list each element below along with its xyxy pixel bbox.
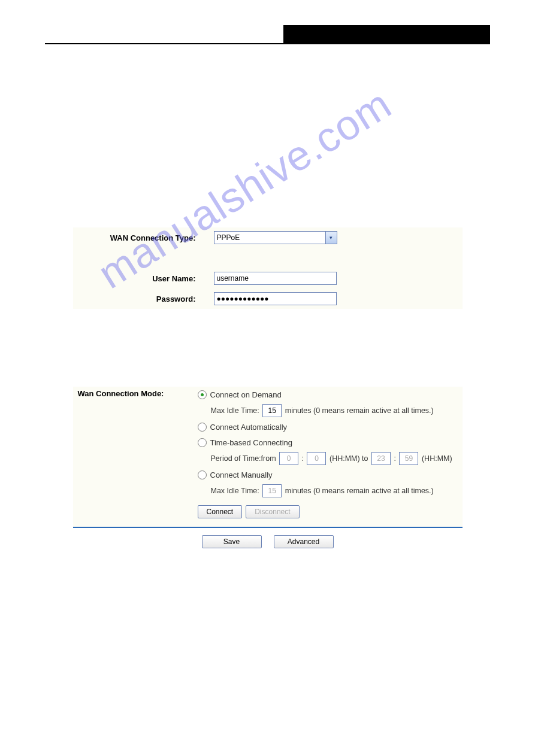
wan-connection-type-value: PPPoE	[217, 233, 240, 242]
time-colon-1: :	[300, 454, 306, 463]
username-label: User Name:	[73, 274, 214, 283]
connect-manually-label: Connect Manually	[210, 470, 273, 479]
panel-separator	[73, 527, 463, 528]
time-from-min-input[interactable]	[307, 452, 326, 465]
time-based-label: Time-based Connecting	[210, 438, 293, 447]
time-colon-2: :	[392, 454, 398, 463]
connect-on-demand-label: Connect on Demand	[210, 390, 282, 399]
manual-idle-time-input[interactable]	[262, 484, 282, 497]
save-button[interactable]: Save	[202, 535, 262, 548]
demand-idle-prefix: Max Idle Time:	[211, 406, 259, 415]
wan-connection-type-select[interactable]: PPPoE ▾	[214, 231, 337, 244]
time-to-min-input[interactable]	[399, 452, 418, 465]
radio-connect-automatically[interactable]	[198, 423, 207, 432]
password-label: Password:	[73, 294, 214, 303]
wan-connection-type-label: WAN Connection Type:	[73, 233, 214, 242]
manual-idle-suffix: minutes (0 means remain active at all ti…	[285, 487, 434, 495]
page-header	[0, 0, 535, 60]
radio-connect-on-demand[interactable]	[198, 390, 207, 399]
disconnect-button[interactable]: Disconnect	[246, 505, 299, 518]
password-input[interactable]	[214, 292, 337, 305]
wan-connection-mode-panel: Wan Connection Mode: Connect on Demand M…	[73, 387, 463, 527]
time-period-prefix: Period of Time:from	[211, 454, 276, 463]
demand-idle-suffix: minutes (0 means remain active at all ti…	[285, 406, 434, 415]
radio-time-based[interactable]	[198, 438, 207, 447]
wan-connection-mode-label: Wan Connection Mode:	[73, 387, 198, 398]
time-to-hour-input[interactable]	[371, 452, 391, 465]
connect-button[interactable]: Connect	[198, 505, 243, 518]
wan-settings-panel: WAN Connection Type: PPPoE ▾ User Name: …	[73, 227, 463, 309]
action-bar: Save Advanced	[73, 535, 463, 560]
connect-automatically-label: Connect Automatically	[210, 423, 288, 432]
chevron-down-icon[interactable]: ▾	[325, 232, 337, 244]
advanced-button[interactable]: Advanced	[274, 535, 334, 548]
username-input[interactable]	[214, 272, 337, 285]
demand-idle-time-input[interactable]	[262, 404, 282, 417]
radio-connect-manually[interactable]	[198, 470, 207, 479]
manual-idle-prefix: Max Idle Time:	[211, 487, 259, 495]
header-rule	[45, 43, 490, 44]
time-mid-1: (HH:MM) to	[330, 454, 368, 463]
time-from-hour-input[interactable]	[279, 452, 298, 465]
header-black-bar	[283, 25, 490, 43]
time-mid-2: (HH:MM)	[422, 454, 452, 463]
